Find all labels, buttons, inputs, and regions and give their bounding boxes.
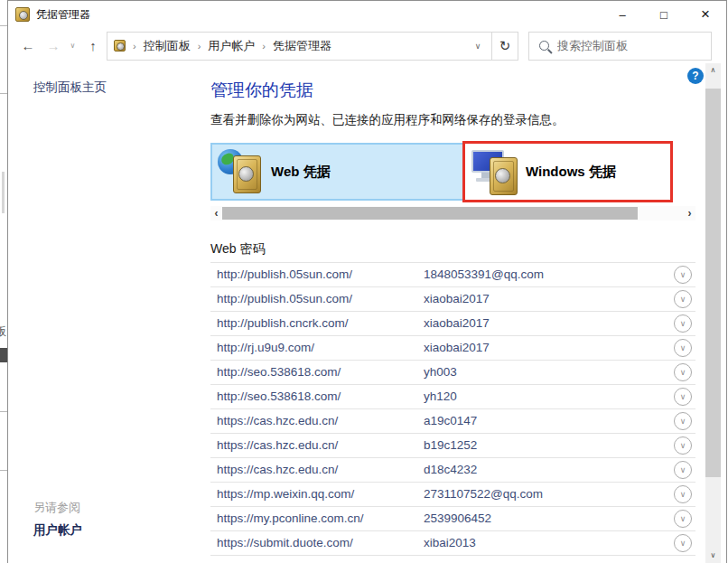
expand-button[interactable]: ∨: [674, 363, 692, 381]
credential-username: xiaobai2017: [424, 292, 490, 305]
breadcrumb[interactable]: › 控制面板 › 用户帐户 › 凭据管理器 ∨: [107, 32, 492, 61]
scroll-left-button[interactable]: ‹: [210, 206, 222, 221]
tab-web-credentials[interactable]: Web 凭据: [210, 143, 465, 201]
refresh-button[interactable]: ↻: [492, 32, 518, 61]
breadcrumb-item[interactable]: 凭据管理器: [273, 38, 331, 54]
scroll-right-button[interactable]: ›: [684, 206, 695, 221]
breadcrumb-separator-icon: ›: [126, 41, 144, 52]
expand-button[interactable]: ∨: [674, 314, 692, 333]
back-button[interactable]: ←: [15, 38, 41, 53]
credential-username: xiaobai2017: [424, 341, 490, 354]
credential-row: https://cas.hzc.edu.cn/ d18c4232 ∨: [210, 458, 695, 483]
page-title: 管理你的凭据: [210, 79, 313, 102]
see-also-label: 另请参阅: [33, 500, 80, 516]
credential-row: https://mp.weixin.qq.com/ 2731107522@qq.…: [210, 483, 695, 507]
credential-username: yh120: [424, 389, 457, 403]
sidebar-item-user-accounts[interactable]: 用户帐户: [33, 522, 82, 539]
credential-row: http://seo.538618.com/ yh003 ∨: [210, 361, 695, 385]
credential-username: 1848053391@qq.com: [424, 267, 544, 281]
window-title: 凭据管理器: [36, 7, 90, 23]
background-line: [0, 93, 7, 94]
credential-username: xibai2013: [424, 536, 476, 549]
close-button[interactable]: ×: [685, 1, 726, 28]
expand-button[interactable]: ∨: [674, 461, 692, 479]
horizontal-scroll-thumb[interactable]: [222, 207, 638, 220]
expand-button[interactable]: ∨: [674, 388, 692, 406]
background-line: [0, 411, 7, 412]
vertical-scroll-thumb[interactable]: [705, 89, 721, 477]
credential-row: http://publish.05sun.com/ xiaobai2017 ∨: [210, 287, 695, 312]
credential-username: a19c0147: [424, 414, 477, 427]
expand-button[interactable]: ∨: [674, 266, 692, 284]
expand-button[interactable]: ∨: [674, 339, 692, 357]
credential-username: yh003: [424, 365, 457, 379]
credential-row: http://rj.u9u9.com/ xiaobai2017 ∨: [210, 336, 695, 361]
tab-windows-credentials[interactable]: Windows 凭据: [467, 145, 669, 199]
background-text-fragment: 板: [0, 324, 6, 340]
breadcrumb-item[interactable]: 控制面板: [144, 38, 191, 54]
scroll-down-button[interactable]: ∨: [705, 549, 721, 563]
tab-label: Web 凭据: [271, 164, 331, 181]
chevron-down-icon: ∨: [680, 368, 686, 377]
breadcrumb-item[interactable]: 用户帐户: [208, 38, 255, 54]
credential-list: http://publish.05sun.com/ 1848053391@qq.…: [210, 262, 695, 556]
chevron-down-icon: ∨: [680, 539, 686, 548]
chevron-down-icon: ∨: [680, 295, 686, 304]
credential-url: http://rj.u9u9.com/: [217, 341, 314, 354]
background-line: [0, 470, 7, 471]
expand-button[interactable]: ∨: [674, 290, 692, 308]
credential-row: http://publish.cncrk.com/ xiaobai2017 ∨: [210, 312, 695, 336]
scroll-up-button[interactable]: ∧: [705, 63, 721, 78]
background-window-edge: 板: [0, 0, 7, 563]
credential-manager-app-icon: [15, 7, 30, 22]
chevron-down-icon: ∨: [680, 319, 686, 328]
search-box[interactable]: [528, 32, 712, 61]
credential-row: http://seo.538618.com/ yh120 ∨: [210, 385, 695, 409]
credential-row: https://submit.duote.com/ xibai2013 ∨: [210, 531, 695, 556]
window-controls: – □ ×: [602, 1, 726, 28]
chevron-down-icon: ∨: [680, 343, 686, 352]
search-input[interactable]: [557, 39, 693, 52]
chevron-down-icon: ∨: [680, 441, 686, 450]
horizontal-scrollbar[interactable]: ‹ ›: [210, 206, 695, 221]
expand-button[interactable]: ∨: [674, 412, 692, 430]
section-title: Web 密码: [210, 241, 265, 258]
credential-url: http://seo.538618.com/: [217, 389, 341, 403]
credential-username: xiaobai2017: [424, 316, 490, 330]
navigation-bar: ← → ∨ ↑ › 控制面板 › 用户帐户 › 凭据管理器 ∨ ↻: [8, 28, 726, 63]
vertical-scrollbar[interactable]: ∧ ∨: [705, 63, 721, 563]
minimize-button[interactable]: –: [602, 1, 643, 28]
expand-button[interactable]: ∨: [674, 510, 692, 528]
credential-url: http://publish.cncrk.com/: [217, 316, 349, 330]
credential-url: https://my.pconline.com.cn/: [217, 511, 364, 525]
search-icon: [539, 41, 549, 51]
chevron-down-icon: ∨: [680, 514, 686, 523]
sidebar-item-control-panel-home[interactable]: 控制面板主页: [33, 80, 107, 96]
up-button[interactable]: ↑: [79, 38, 107, 53]
windows-credentials-icon: [471, 148, 520, 195]
breadcrumb-separator-icon: ›: [255, 41, 273, 52]
credential-url: https://cas.hzc.edu.cn/: [217, 414, 338, 427]
tab-label: Windows 凭据: [526, 164, 616, 181]
forward-button[interactable]: →: [41, 38, 66, 53]
background-block: [0, 348, 7, 362]
web-credentials-icon: [217, 148, 266, 195]
background-scroll-thumb: [2, 172, 5, 213]
breadcrumb-items: › 控制面板 › 用户帐户 › 凭据管理器: [126, 38, 331, 54]
expand-button[interactable]: ∨: [674, 534, 692, 552]
breadcrumb-separator-icon: ›: [191, 41, 209, 52]
credential-url: https://submit.duote.com/: [217, 536, 353, 549]
expand-button[interactable]: ∨: [674, 485, 692, 503]
credential-username: d18c4232: [424, 463, 477, 476]
chevron-down-icon: ∨: [680, 270, 686, 279]
credential-row: https://cas.hzc.edu.cn/ a19c0147 ∨: [210, 409, 695, 434]
recent-pages-dropdown-icon[interactable]: ∨: [66, 42, 79, 50]
breadcrumb-dropdown-icon[interactable]: ∨: [464, 42, 491, 51]
background-line: [0, 25, 7, 26]
credential-username: 2731107522@qq.com: [424, 487, 543, 501]
credential-url: https://mp.weixin.qq.com/: [217, 487, 354, 501]
expand-button[interactable]: ∨: [674, 436, 692, 455]
help-button[interactable]: ?: [687, 68, 704, 84]
chevron-down-icon: ∨: [680, 490, 686, 499]
maximize-button[interactable]: □: [643, 1, 685, 28]
